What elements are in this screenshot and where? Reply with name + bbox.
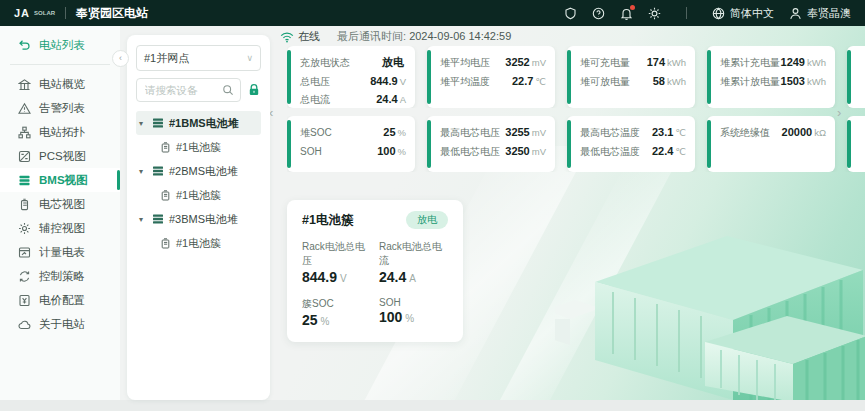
- sidebar-item-station-topology[interactable]: 电站拓扑: [0, 120, 120, 144]
- sidebar-item-label: 电站拓扑: [39, 125, 85, 140]
- metric-value-group: 174kWh: [647, 53, 686, 71]
- metric-label: 最低电芯温度: [580, 144, 640, 160]
- sidebar-item-about-station[interactable]: 关于电站: [0, 312, 120, 336]
- sidebar-item-label: 电价配置: [39, 293, 85, 308]
- metric-value-group: 1249kWh: [781, 53, 826, 71]
- cycle-arrows-icon: [18, 270, 31, 283]
- shield-icon[interactable]: [564, 7, 577, 20]
- help-icon[interactable]: [592, 7, 605, 20]
- battery-cell-icon: [18, 198, 31, 211]
- tree-node-cluster-1[interactable]: #1电池簇: [136, 231, 261, 255]
- caret-down-icon[interactable]: ▾: [139, 119, 147, 128]
- battery-cluster-icon: [160, 142, 171, 153]
- language-selector[interactable]: 简体中文: [712, 6, 774, 21]
- metric-label: Rack电池总电压: [302, 240, 371, 268]
- grid-point-select[interactable]: #1并网点 ∨: [136, 45, 261, 71]
- metric-value-group: 100%: [377, 142, 406, 160]
- device-search-box[interactable]: [136, 78, 241, 102]
- search-icon[interactable]: [222, 84, 234, 96]
- metric-value-group: 3255mV: [505, 123, 546, 141]
- stack-icon: [152, 165, 164, 177]
- metric-value-group: 3252mV: [505, 53, 546, 71]
- metric-card-partial: [847, 46, 865, 108]
- cluster-title: #1电池簇: [302, 212, 353, 229]
- sidebar-item-pcs-view[interactable]: PCS视图: [0, 144, 120, 168]
- lock-icon[interactable]: [247, 83, 261, 97]
- pcs-converter-icon: [18, 150, 31, 163]
- tree-node-label: #1电池簇: [176, 236, 221, 251]
- device-tree-panel: #1并网点 ∨ ▾ #1BMS电池堆: [127, 35, 270, 400]
- stack-metrics-row-2: 堆SOC25% SOH100% 最高电芯电压3255mV 最低电芯电压3250m…: [287, 116, 865, 172]
- sidebar-item-label: 计量电表: [39, 245, 85, 260]
- sidebar-item-cell-view[interactable]: 电芯视图: [0, 192, 120, 216]
- tree-node-label: #1BMS电池堆: [169, 116, 239, 131]
- cloud-icon: [18, 318, 31, 331]
- tree-node-cluster-1[interactable]: #1电池簇: [136, 183, 261, 207]
- carousel-next-button[interactable]: ›: [837, 106, 841, 119]
- online-status: 在线: [280, 29, 320, 44]
- discharge-status-badge: 放电: [406, 211, 448, 229]
- metric-value-group: 24.4A: [379, 268, 448, 286]
- sidebar-item-aux-view[interactable]: 辅控视图: [0, 216, 120, 240]
- sidebar-item-alarm-list[interactable]: 告警列表: [0, 96, 120, 120]
- tree-node-bms-stack-2[interactable]: ▾ #2BMS电池堆: [136, 159, 261, 183]
- sidebar-item-control-strategy[interactable]: 控制策略: [0, 264, 120, 288]
- sidebar-item-label: 关于电站: [39, 317, 85, 332]
- sidebar-item-station-overview[interactable]: 电站概览: [0, 72, 120, 96]
- sidebar-item-meter[interactable]: 计量电表: [0, 240, 120, 264]
- metric-value-group: 20000kΩ: [782, 123, 826, 141]
- tree-node-label: #3BMS电池堆: [169, 212, 238, 227]
- metric-card-cumulative-energy: 堆累计充电量1249kWh 堆累计放电量1503kWh: [707, 46, 835, 108]
- connection-status-row: 在线 最后通讯时间: 2024-09-06 14:42:59: [280, 29, 511, 44]
- metric-label: 最高电芯温度: [580, 125, 640, 141]
- battery-cluster-icon: [160, 238, 171, 249]
- metric-card-partial: [847, 116, 865, 172]
- metric-value-group: 25%: [383, 123, 406, 141]
- metric-card-cell-voltage: 最高电芯电压3255mV 最低电芯电压3250mV: [427, 116, 555, 172]
- caret-down-icon[interactable]: ▾: [139, 167, 147, 176]
- sidebar-item-station-list[interactable]: 电站列表: [0, 33, 120, 57]
- bms-stack-icon: [18, 174, 31, 187]
- caret-down-icon[interactable]: ▾: [139, 215, 147, 224]
- metric-card-available-energy: 堆可充电量174kWh 堆可放电量58kWh: [567, 46, 695, 108]
- metric-card-charge-state: 充放电状态放电 总电压844.9V 总电流24.4A: [287, 46, 415, 108]
- topology-icon: [18, 126, 31, 139]
- metric-label: SOH: [300, 144, 322, 160]
- wifi-icon: [280, 31, 294, 43]
- sidebar-item-price-config[interactable]: 电价配置: [0, 288, 120, 312]
- metric-label: 堆SOC: [300, 125, 332, 141]
- sidebar-item-label: BMS视图: [39, 173, 88, 188]
- user-menu[interactable]: 奉贤晶澳: [789, 6, 851, 21]
- metric-card-stack-average: 堆平均电压3252mV 堆平均温度22.7℃: [427, 46, 555, 108]
- sidebar-divider: [10, 64, 110, 65]
- metric-value-group: 844.9V: [370, 72, 406, 90]
- tree-node-bms-stack-3[interactable]: ▾ #3BMS电池堆: [136, 207, 261, 231]
- user-icon: [789, 7, 802, 20]
- metric-label: Rack电池总电流: [379, 240, 448, 268]
- metric-label: 总电压: [300, 74, 330, 90]
- notification-bell-icon[interactable]: [620, 7, 633, 20]
- tree-node-cluster-1[interactable]: #1电池簇: [136, 135, 261, 159]
- metric-value-group: 25%: [302, 311, 371, 329]
- theme-sun-icon[interactable]: [648, 7, 661, 20]
- device-search-input[interactable]: [143, 83, 222, 97]
- logo-text: JA: [14, 7, 30, 19]
- sidebar-item-label: 辅控视图: [39, 221, 85, 236]
- tree-node-bms-stack-1[interactable]: ▾ #1BMS电池堆: [136, 111, 261, 135]
- topbar-divider: [65, 7, 66, 19]
- tree-node-label: #1电池簇: [176, 140, 221, 155]
- sidebar-item-bms-view[interactable]: BMS视图: [0, 168, 120, 192]
- tree-node-label: #1电池簇: [176, 188, 221, 203]
- stack-metrics-row-1: 充放电状态放电 总电压844.9V 总电流24.4A 堆平均电压3252mV 堆…: [287, 46, 865, 108]
- metric-label: 堆累计充电量: [720, 55, 780, 71]
- cluster-detail-card: #1电池簇 放电 Rack电池总电压 844.9V Rack电池总电流 24.4…: [287, 200, 463, 342]
- alert-triangle-icon: [18, 102, 31, 115]
- user-name: 奉贤晶澳: [807, 6, 851, 21]
- metric-label: 簇SOC: [302, 297, 371, 311]
- cluster-metric: Rack电池总电压 844.9V: [302, 229, 371, 286]
- sidebar-collapse-button[interactable]: ‹: [112, 50, 129, 67]
- logo-subtext: SOLAR: [34, 10, 55, 16]
- metric-label: 充放电状态: [300, 55, 350, 71]
- metric-value-group: 23.1℃: [652, 123, 686, 141]
- metric-label: 最低电芯电压: [440, 144, 500, 160]
